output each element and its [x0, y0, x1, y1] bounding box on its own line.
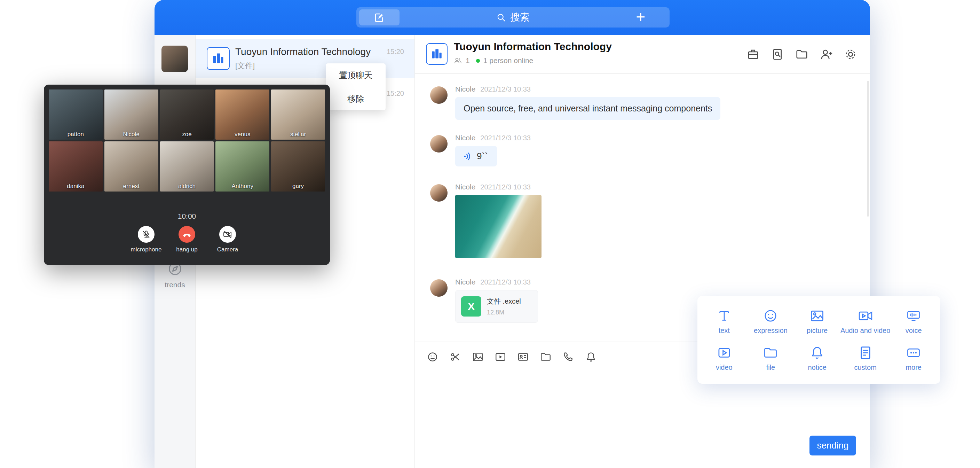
popover-item-custom[interactable]: custom	[840, 340, 890, 377]
file-name: 文件 .excel	[487, 297, 521, 306]
message-sender: Nicole	[455, 134, 476, 142]
popover-item-picture[interactable]: picture	[794, 303, 840, 340]
group-meeting-icon[interactable]	[746, 47, 760, 61]
chat-meta: 1 1 person online	[454, 56, 533, 65]
participant-video[interactable]: ernest	[104, 141, 158, 192]
text-message-bubble[interactable]: Open source, free, and universal instant…	[455, 97, 721, 120]
participant-video[interactable]: zoe	[160, 89, 214, 140]
member-count: 1	[466, 56, 470, 65]
call-timer: 10:00	[44, 212, 330, 220]
message-time: 2021/12/3 10:33	[480, 183, 531, 191]
microphone-label: microphone	[131, 246, 162, 253]
group-call-window[interactable]: patton Nicole zoe venus stellar danika e…	[44, 85, 330, 265]
conversation-time: 15:20	[387, 48, 404, 56]
call-controls: microphone hang up	[44, 226, 330, 253]
participant-name: patton	[49, 131, 103, 138]
group-avatar[interactable]	[426, 43, 447, 65]
participant-video[interactable]: Nicole	[104, 89, 158, 140]
more-icon	[906, 345, 921, 360]
video-message-icon	[717, 345, 732, 360]
send-button[interactable]: sending	[810, 436, 856, 455]
file-size: 12.8M	[487, 309, 521, 316]
add-member-icon[interactable]	[819, 47, 833, 61]
chat-header: Tuoyun Information Technology 1 1 person…	[415, 35, 870, 74]
scrollbar[interactable]	[867, 81, 869, 217]
participant-video[interactable]: danika	[49, 141, 103, 192]
popover-item-notice[interactable]: notice	[794, 340, 840, 377]
file-message[interactable]: X 文件 .excel 12.8M	[455, 290, 538, 323]
settings-icon[interactable]	[843, 47, 858, 61]
participant-video[interactable]: aldrich	[160, 141, 214, 192]
participant-name: ernest	[104, 183, 158, 190]
voice-message-icon	[906, 308, 921, 324]
popover-item-voice[interactable]: voice	[890, 303, 937, 340]
camera-toggle-button[interactable]	[219, 226, 236, 243]
members-icon	[454, 56, 462, 65]
popover-item-audio-video[interactable]: Audio and video	[840, 303, 890, 340]
participant-name: stellar	[271, 131, 325, 138]
building-icon	[430, 47, 444, 61]
image-message[interactable]	[455, 195, 541, 258]
user-avatar[interactable]	[161, 46, 188, 72]
online-status-text: 1 person online	[484, 56, 533, 65]
popover-item-more[interactable]: more	[890, 340, 937, 377]
add-button[interactable]: +	[632, 7, 649, 27]
voice-message-bubble[interactable]: 9``	[455, 146, 497, 166]
sender-avatar[interactable]	[430, 86, 447, 104]
message-input[interactable]	[415, 377, 870, 429]
participant-name: venus	[215, 131, 269, 138]
participant-video[interactable]: stellar	[271, 89, 325, 140]
participant-video[interactable]: Anthony	[215, 141, 269, 192]
group-files-icon[interactable]	[795, 47, 809, 61]
conversation-time: 15:20	[387, 89, 404, 97]
call-icon[interactable]	[562, 351, 574, 363]
popover-item-video[interactable]: video	[701, 340, 748, 377]
popover-item-file[interactable]: file	[748, 340, 794, 377]
contact-card-icon[interactable]	[517, 351, 529, 363]
remove-menu-item[interactable]: 移除	[326, 87, 386, 110]
top-bar: 搜索 +	[154, 0, 870, 35]
file-icon[interactable]	[540, 351, 552, 363]
voice-icon	[462, 151, 473, 161]
custom-message-icon	[858, 345, 873, 360]
sender-avatar[interactable]	[430, 184, 447, 201]
message-type-popover: text expression picture	[697, 296, 940, 384]
participant-name: danika	[49, 183, 103, 190]
participant-grid: patton Nicole zoe venus stellar danika e…	[49, 89, 325, 192]
message: Nicole 2021/12/3 10:33 Open source, free…	[430, 86, 721, 120]
screenshot-icon[interactable]	[449, 351, 461, 363]
sender-avatar[interactable]	[430, 135, 447, 153]
sender-avatar[interactable]	[430, 279, 447, 297]
participant-video[interactable]: gary	[271, 141, 325, 192]
camera-label: Camera	[217, 246, 238, 253]
video-icon[interactable]	[495, 351, 506, 363]
message-search-icon[interactable]	[770, 47, 784, 61]
audio-video-icon	[858, 308, 873, 324]
mute-microphone-button[interactable]	[138, 226, 154, 243]
notice-bell-icon	[810, 345, 825, 360]
app-stage: 搜索 + trends	[0, 0, 980, 468]
participant-video[interactable]: venus	[215, 89, 269, 140]
online-status-dot	[476, 59, 480, 63]
participant-video[interactable]: patton	[49, 89, 103, 140]
notification-icon[interactable]	[585, 351, 597, 363]
message: Nicole 2021/12/3 10:33 X 文件 .excel 12.8M	[430, 279, 538, 323]
search-bar: 搜索 +	[356, 7, 670, 27]
participant-name: zoe	[160, 131, 214, 138]
search-input[interactable]: 搜索	[356, 7, 670, 27]
building-icon	[211, 51, 226, 66]
trends-label: trends	[154, 281, 195, 289]
search-placeholder: 搜索	[510, 11, 530, 24]
emoji-icon[interactable]	[427, 351, 439, 363]
pin-chat-menu-item[interactable]: 置顶聊天	[326, 63, 386, 87]
message-sender: Nicole	[455, 183, 476, 191]
popover-item-text[interactable]: text	[701, 303, 748, 340]
popover-item-expression[interactable]: expression	[748, 303, 794, 340]
conversation-title: Tuoyun Information Technology	[235, 46, 385, 58]
participant-name: Nicole	[104, 131, 158, 138]
hang-up-label: hang up	[176, 246, 197, 253]
image-icon[interactable]	[472, 351, 484, 363]
hang-up-button[interactable]	[178, 226, 195, 243]
text-icon	[717, 308, 732, 324]
search-icon	[496, 13, 506, 22]
